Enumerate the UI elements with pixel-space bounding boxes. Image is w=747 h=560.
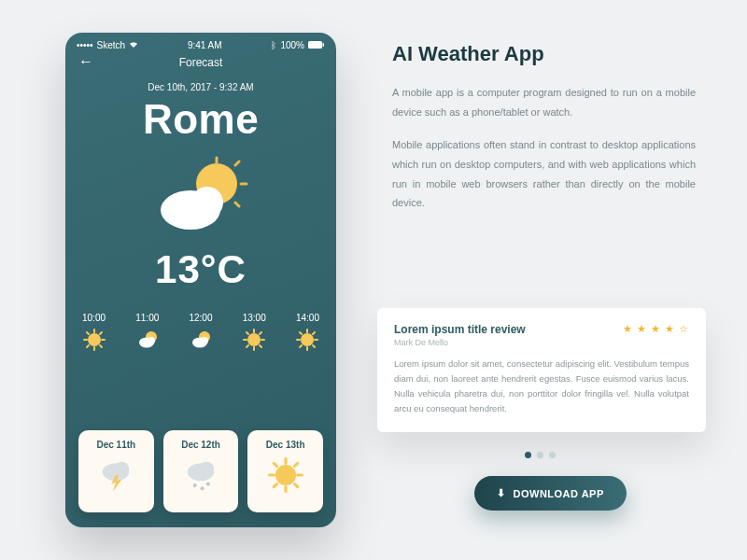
sun-icon [243,329,265,351]
current-temp: 13°C [65,247,336,292]
hour-slot[interactable]: 11:00 [135,313,159,351]
battery-icon [308,40,325,50]
carousel-dot[interactable] [549,452,556,458]
city-name: Rome [65,96,336,143]
status-bar: ••••• Sketch 9:41 AM ᛒ 100% [65,33,336,52]
carousel-dot[interactable] [525,452,531,458]
paragraph: A mobile app is a computer program desig… [392,83,696,122]
phone-frame: ••••• Sketch 9:41 AM ᛒ 100% ← Forecast D… [65,33,336,527]
nav-bar: ← Forecast [65,52,336,77]
date-time-label: Dec 10th, 2017 - 9:32 AM [65,82,336,92]
hour-time: 10:00 [82,313,106,323]
carousel-dots[interactable] [525,452,556,458]
sun-icon [83,329,106,351]
day-card[interactable]: Dec 12th [163,430,239,512]
wifi-icon [129,40,138,50]
svg-rect-20 [308,41,322,49]
day-date: Dec 11th [96,440,135,450]
hour-time: 14:00 [296,313,319,323]
svg-point-28 [191,187,223,218]
signal-icon: ••••• [77,40,93,50]
bluetooth-icon: ᛒ [271,40,276,50]
daily-forecast: Dec 11th Dec 12th Dec 13th [65,417,336,527]
day-date: Dec 12th [181,440,220,450]
hour-time: 13:00 [243,313,266,323]
thunderstorm-icon [97,457,134,493]
paragraph: Mobile applications often stand in contr… [392,135,696,214]
star-rating: ★ ★ ★ ★ ☆ [623,323,689,335]
hourly-forecast: 10:00 11:00 12:00 13:00 14:00 [65,313,336,351]
marketing-copy: AI Weather App A mobile app is a compute… [392,42,696,226]
partly-cloudy-icon [190,329,212,351]
carousel-dot[interactable] [537,452,543,458]
download-icon: ⬇ [497,487,506,499]
hour-time: 12:00 [189,313,212,323]
review-title: Lorem ipsum title review [394,323,526,336]
hour-time: 11:00 [135,313,159,323]
day-card[interactable]: Dec 11th [78,430,154,512]
download-app-button[interactable]: ⬇ DOWNLOAD APP [474,476,627,511]
nav-title: Forecast [179,56,223,69]
battery-label: 100% [280,40,304,50]
svg-line-26 [235,203,239,206]
snow-icon [182,457,219,493]
clock-label: 9:41 AM [188,40,222,50]
back-arrow-icon[interactable]: ← [78,54,93,69]
svg-line-25 [235,161,239,165]
carrier-label: Sketch [97,40,126,50]
review-author: Mark De Mello [394,338,526,347]
hour-slot[interactable]: 13:00 [243,313,266,351]
svg-rect-21 [323,43,325,47]
day-date: Dec 13th [266,440,305,450]
review-body: Lorem ipsum dolor sit amet, consectetur … [394,357,689,417]
download-label: DOWNLOAD APP [514,488,604,499]
day-card[interactable]: Dec 13th [247,430,323,512]
hour-slot[interactable]: 14:00 [296,313,319,351]
review-card: Lorem ipsum title review Mark De Mello ★… [377,308,706,432]
sun-icon [267,457,304,493]
headline: AI Weather App [392,42,696,66]
current-weather-icon [65,156,336,240]
hour-slot[interactable]: 12:00 [189,313,212,351]
sun-icon [296,329,318,351]
partly-cloudy-icon [136,329,159,351]
hour-slot[interactable]: 10:00 [82,313,106,351]
